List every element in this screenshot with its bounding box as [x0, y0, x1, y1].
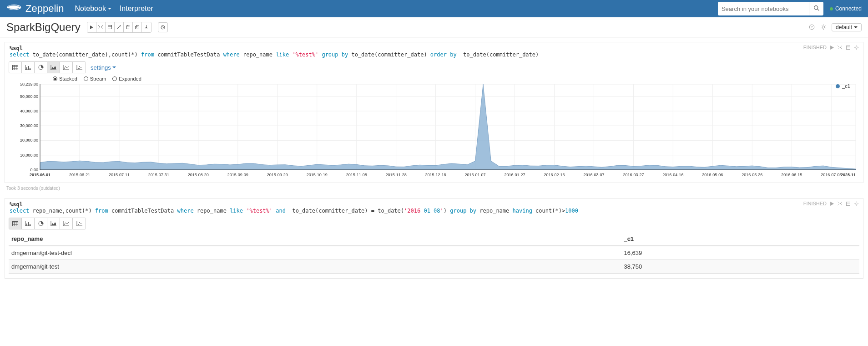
svg-point-65 — [79, 66, 80, 67]
run-all-button[interactable] — [87, 22, 96, 32]
svg-point-135 — [855, 203, 857, 204]
svg-text:2016-05-06: 2016-05-06 — [702, 173, 723, 177]
paragraph-settings-button[interactable] — [853, 200, 859, 207]
run-paragraph-button[interactable] — [828, 44, 835, 51]
caret-down-icon — [108, 8, 111, 10]
svg-line-32 — [838, 46, 839, 47]
svg-text:2015-09-29: 2015-09-29 — [267, 173, 288, 177]
svg-rect-140 — [13, 221, 18, 226]
export-note-button[interactable] — [142, 22, 151, 32]
svg-rect-47 — [13, 65, 18, 70]
svg-line-5 — [98, 27, 100, 29]
run-paragraph-button[interactable] — [828, 200, 835, 207]
radio-off-icon — [112, 76, 117, 81]
svg-text:2016-03-27: 2016-03-27 — [623, 173, 644, 177]
looknfeel-dropdown[interactable]: default — [832, 23, 862, 31]
search-icon — [813, 5, 819, 12]
viz-type-group — [9, 61, 86, 73]
svg-rect-10 — [127, 26, 129, 29]
svg-text:2016-01-27: 2016-01-27 — [505, 173, 525, 177]
paragraph-1-status-text: FINISHED — [803, 45, 827, 50]
table-header-c1[interactable]: _c1 — [621, 232, 859, 246]
svg-point-158 — [79, 222, 80, 223]
viz-scatter-button[interactable] — [73, 218, 86, 229]
main-navbar: Zeppelin Notebook Interpreter Connected — [0, 0, 868, 17]
keyboard-shortcuts-button[interactable]: ? — [808, 23, 816, 31]
svg-text:2015-11-08: 2015-11-08 — [346, 173, 367, 177]
viz-table-button[interactable] — [9, 218, 22, 229]
svg-rect-149 — [30, 224, 30, 226]
looknfeel-label: default — [836, 24, 852, 31]
viz-line-button[interactable] — [60, 62, 73, 73]
viz-area-button[interactable] — [47, 218, 60, 229]
nav-notebook[interactable]: Notebook — [75, 5, 111, 13]
chart-legend[interactable]: _c1 — [836, 83, 850, 89]
svg-text:2028-11: 2028-11 — [841, 173, 856, 177]
search-button[interactable] — [809, 2, 823, 15]
stack-mode-expanded[interactable]: Expanded — [112, 76, 141, 81]
nav-interpreter[interactable]: Interpreter — [120, 5, 153, 13]
show-hide-code-button[interactable] — [96, 22, 106, 32]
svg-rect-55 — [28, 66, 29, 70]
legend-label: _c1 — [842, 83, 850, 89]
viz-bar-button[interactable] — [22, 218, 35, 229]
svg-text:?: ? — [811, 25, 813, 29]
clear-output-button[interactable] — [115, 22, 124, 32]
hide-output-button[interactable] — [845, 200, 851, 207]
viz-area-button[interactable] — [47, 62, 60, 73]
area-chart-svg: 0.0010,000.0020,000.0030,000.0040,000.00… — [16, 83, 858, 179]
viz-pie-button[interactable] — [35, 218, 47, 229]
table-header-reponame[interactable]: repo_name — [9, 232, 621, 246]
hide-editor-button[interactable] — [837, 44, 843, 51]
viz-line-button[interactable] — [60, 218, 73, 229]
brand-text: Zeppelin — [25, 3, 64, 15]
search-input[interactable] — [718, 2, 809, 15]
svg-text:2016-04-16: 2016-04-16 — [662, 173, 683, 177]
svg-text:2016-02-16: 2016-02-16 — [544, 173, 565, 177]
table-row[interactable]: dmgerman/git-test38,750 — [9, 260, 859, 274]
version-control-button[interactable] — [158, 22, 168, 32]
svg-line-35 — [840, 47, 842, 49]
status-text: Connected — [835, 5, 862, 12]
nav-notebook-label: Notebook — [75, 5, 106, 13]
viz-scatter-button[interactable] — [73, 62, 86, 73]
viz-table-button[interactable] — [9, 62, 22, 73]
connection-status: Connected — [830, 5, 862, 12]
viz-settings-link[interactable]: settings — [91, 64, 116, 71]
svg-line-34 — [840, 46, 842, 47]
paragraph-1-footer: Took 3 seconds (outdated) — [0, 183, 868, 193]
delete-note-button[interactable] — [124, 22, 133, 32]
svg-line-132 — [840, 204, 842, 205]
svg-rect-36 — [846, 46, 850, 49]
paragraph-settings-button[interactable] — [853, 44, 859, 51]
interpreter-binding-button[interactable] — [820, 23, 828, 31]
svg-point-157 — [78, 224, 79, 225]
svg-line-44 — [857, 48, 858, 49]
table-cell: 38,750 — [621, 260, 859, 274]
viz-pie-button[interactable] — [35, 62, 47, 73]
viz-bar-button[interactable] — [22, 62, 35, 73]
svg-line-129 — [838, 202, 839, 204]
clone-note-button[interactable] — [133, 22, 142, 32]
show-hide-output-button[interactable] — [106, 22, 115, 32]
svg-text:58,239.00: 58,239.00 — [20, 83, 38, 86]
svg-point-22 — [823, 26, 825, 28]
stack-mode-stacked[interactable]: Stacked — [53, 76, 77, 81]
stack-mode-stream[interactable]: Stream — [84, 76, 106, 81]
paragraph-1-code[interactable]: %sql select to_date(committer_date),coun… — [5, 42, 863, 60]
brand[interactable]: Zeppelin — [6, 2, 64, 15]
viz-settings-label: settings — [91, 64, 111, 71]
hide-output-button[interactable] — [845, 44, 851, 51]
chart-area[interactable]: _c1 0.0010,000.0020,000.0030,000.0040,00… — [16, 83, 858, 179]
paragraph-2-viz-toolbar — [5, 216, 863, 232]
svg-text:2016-01-07: 2016-01-07 — [465, 173, 486, 177]
caret-down-icon — [112, 66, 116, 68]
paragraph-2-code[interactable]: %sql select repo_name,count(*) from comm… — [5, 198, 863, 216]
zeppelin-logo-icon — [6, 2, 22, 15]
svg-line-46 — [857, 46, 858, 46]
svg-line-45 — [855, 48, 855, 49]
hide-editor-button[interactable] — [837, 200, 843, 207]
table-row[interactable]: dmgerman/git-test-decl16,639 — [9, 246, 859, 260]
svg-line-130 — [838, 204, 839, 205]
note-title[interactable]: SparkBigQuery — [6, 21, 81, 34]
